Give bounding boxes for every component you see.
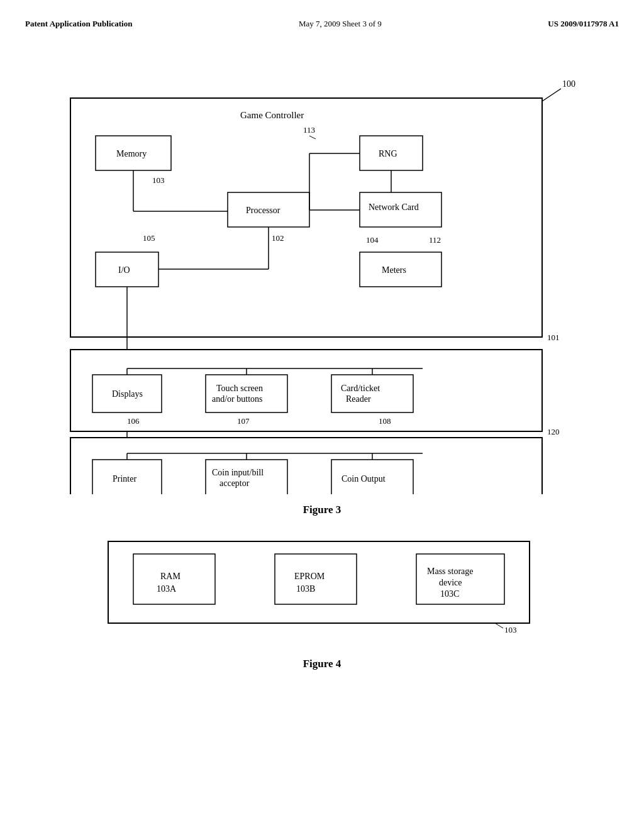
svg-text:103C: 103C [440,589,459,599]
svg-text:106: 106 [127,416,140,426]
svg-text:103: 103 [152,175,165,185]
figure4-container: RAM 103A EPROM 103B Mass storage device … [25,535,619,670]
page: Patent Application Publication May 7, 20… [0,0,644,830]
svg-line-79 [495,623,503,628]
svg-line-0 [542,89,561,101]
svg-text:Displays: Displays [112,389,143,399]
svg-text:Printer: Printer [113,474,136,484]
figure3-diagram: 100 Game Controller Memory 103 RNG 113 P… [45,67,599,494]
figure3-container: 100 Game Controller Memory 103 RNG 113 P… [25,67,619,516]
svg-text:100: 100 [562,79,575,89]
figure4-diagram: RAM 103A EPROM 103B Mass storage device … [96,535,548,648]
figure3-label: Figure 3 [25,504,619,516]
header-center: May 7, 2009 Sheet 3 of 9 [299,19,382,29]
svg-text:103A: 103A [157,584,177,594]
svg-text:I/O: I/O [118,265,130,275]
svg-text:103: 103 [504,625,517,634]
svg-text:101: 101 [547,333,560,342]
page-header: Patent Application Publication May 7, 20… [25,13,619,42]
svg-text:Mass storage: Mass storage [427,567,474,576]
figure4-label: Figure 4 [25,658,619,670]
svg-rect-39 [206,375,287,412]
svg-text:113: 113 [303,125,315,135]
svg-text:105: 105 [143,233,155,243]
svg-rect-51 [70,438,542,494]
svg-text:Coin Output: Coin Output [341,474,386,484]
svg-text:device: device [439,578,462,587]
svg-text:Card/ticket: Card/ticket [341,384,380,393]
svg-text:Network Card: Network Card [369,202,419,212]
header-left: Patent Application Publication [25,19,132,29]
svg-text:Coin input/bill: Coin input/bill [212,468,264,477]
svg-text:112: 112 [429,235,441,245]
svg-text:acceptor: acceptor [219,479,250,488]
svg-text:Game Controller: Game Controller [240,110,304,120]
svg-text:RNG: RNG [379,149,397,158]
svg-line-10 [309,136,316,139]
svg-text:Touch screen: Touch screen [216,384,263,393]
svg-text:102: 102 [272,233,284,243]
svg-text:Memory: Memory [116,149,147,158]
svg-text:104: 104 [366,235,379,245]
svg-rect-43 [331,375,413,412]
svg-text:EPROM: EPROM [294,572,325,581]
svg-text:120: 120 [547,427,560,436]
svg-text:103B: 103B [296,584,315,594]
svg-text:Reader: Reader [346,394,371,404]
svg-text:and/or buttons: and/or buttons [212,394,263,404]
svg-text:Processor: Processor [246,206,280,215]
svg-text:RAM: RAM [160,572,180,581]
svg-text:107: 107 [237,416,250,426]
svg-text:108: 108 [379,416,391,426]
header-right: US 2009/0117978 A1 [548,19,619,29]
svg-text:Meters: Meters [382,265,406,275]
